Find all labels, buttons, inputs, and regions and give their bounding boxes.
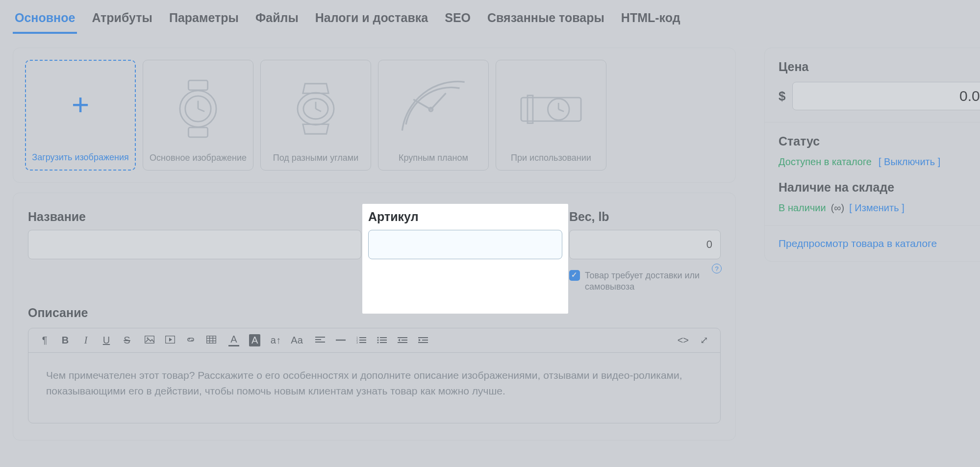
tab-related[interactable]: Связанные товары	[485, 8, 606, 34]
upload-images-label: Загрузить изображения	[32, 152, 128, 163]
table-icon[interactable]	[206, 335, 217, 346]
weight-label: Вес, lb	[569, 210, 721, 224]
align-left-icon[interactable]	[315, 335, 326, 346]
svg-point-38	[377, 342, 378, 343]
sku-label: Артикул	[368, 210, 562, 224]
code-view-icon[interactable]: <>	[678, 335, 689, 346]
status-value: Доступен в каталоге	[779, 156, 872, 168]
outdent-icon[interactable]	[397, 335, 408, 346]
check-icon[interactable]	[569, 270, 580, 281]
svg-rect-0	[188, 80, 207, 90]
tab-params[interactable]: Параметры	[167, 8, 241, 34]
svg-point-19	[147, 337, 148, 339]
currency-symbol: $	[779, 89, 785, 104]
highlight-icon[interactable]: A	[249, 334, 260, 346]
case-icon[interactable]: a↑	[270, 335, 281, 346]
video-icon[interactable]	[165, 335, 176, 346]
image-tile-closeup[interactable]: Крупным планом	[378, 60, 489, 171]
tab-seo[interactable]: SEO	[443, 8, 473, 34]
rich-text-editor: ¶ B I U S A	[28, 328, 721, 423]
italic-icon[interactable]: I	[80, 335, 91, 346]
weight-input[interactable]	[569, 230, 721, 259]
fullscreen-icon[interactable]: ⤢	[699, 334, 709, 346]
bold-icon[interactable]: B	[60, 335, 71, 346]
editor-body[interactable]: Чем примечателен этот товар? Расскажите …	[28, 353, 720, 423]
watch-icon	[500, 65, 602, 152]
tab-main[interactable]: Основное	[13, 8, 77, 34]
image-tile-label: Крупным планом	[399, 152, 468, 164]
tab-files[interactable]: Файлы	[253, 8, 301, 34]
image-tile-label: Под разными углами	[273, 152, 359, 164]
tab-html[interactable]: HTML-код	[619, 8, 682, 34]
image-tile-label: Основное изображение	[150, 152, 247, 164]
stock-label: Наличие на складе	[779, 180, 980, 195]
tab-attributes[interactable]: Атрибуты	[90, 8, 154, 34]
name-label: Название	[28, 210, 361, 224]
stock-infinity: (∞)	[831, 202, 845, 214]
svg-rect-14	[528, 95, 533, 123]
svg-line-9	[316, 109, 321, 111]
list-bullet-icon[interactable]	[377, 335, 387, 346]
price-label: Цена	[779, 60, 980, 74]
list-ordered-icon[interactable]: 123	[356, 335, 367, 346]
strike-icon[interactable]: S	[122, 335, 132, 346]
svg-line-10	[431, 93, 446, 109]
svg-rect-1	[188, 127, 207, 137]
svg-point-36	[377, 337, 378, 338]
upload-images-tile[interactable]: + Загрузить изображения	[25, 60, 136, 171]
sidebar-card: Цена $ Статус Доступен в каталоге [ Выкл…	[764, 48, 980, 262]
image-tile-main[interactable]: Основное изображение	[143, 60, 253, 171]
image-tile-label: При использовании	[511, 152, 591, 164]
sku-input[interactable]	[368, 230, 562, 259]
plus-icon: +	[72, 89, 89, 120]
preview-link[interactable]: Предпросмотр товара в каталоге	[765, 226, 980, 261]
watch-icon	[147, 65, 249, 152]
image-icon[interactable]	[144, 335, 155, 346]
stock-change-link[interactable]: [ Изменить ]	[849, 202, 904, 214]
tabs-bar: Основное Атрибуты Параметры Файлы Налоги…	[13, 0, 967, 38]
tab-tax-shipping[interactable]: Налоги и доставка	[313, 8, 430, 34]
hr-icon[interactable]	[335, 335, 346, 346]
indent-icon[interactable]	[418, 335, 428, 346]
text-color-icon[interactable]: A	[228, 334, 239, 346]
svg-line-5	[198, 109, 204, 111]
help-icon[interactable]: ?	[712, 264, 722, 273]
shipping-checkbox-row[interactable]: Товар требует доставки или самовывоза	[569, 270, 721, 293]
svg-text:3: 3	[356, 341, 358, 344]
shipping-text: Товар требует доставки или самовывоза	[585, 270, 721, 293]
name-input[interactable]	[28, 230, 361, 259]
link-icon[interactable]	[185, 335, 196, 346]
svg-rect-21	[207, 336, 216, 343]
watch-icon	[265, 65, 367, 152]
status-disable-link[interactable]: [ Выключить ]	[879, 156, 940, 168]
sku-highlight: Артикул	[362, 204, 568, 314]
underline-icon[interactable]: U	[101, 335, 112, 346]
status-label: Статус	[779, 134, 980, 148]
editor-toolbar: ¶ B I U S A	[28, 328, 720, 353]
image-tile-inuse[interactable]: При использовании	[496, 60, 606, 171]
svg-line-17	[558, 109, 564, 111]
stock-value: В наличии	[779, 202, 826, 214]
svg-point-37	[377, 339, 378, 341]
price-input[interactable]	[792, 82, 980, 110]
svg-point-15	[548, 98, 569, 120]
images-card: + Загрузить изображения Основное изображ…	[13, 48, 736, 183]
watch-icon	[382, 65, 484, 152]
font-icon[interactable]: Aa	[291, 335, 302, 346]
image-tile-angles[interactable]: Под разными углами	[260, 60, 371, 171]
paragraph-icon[interactable]: ¶	[39, 335, 50, 346]
